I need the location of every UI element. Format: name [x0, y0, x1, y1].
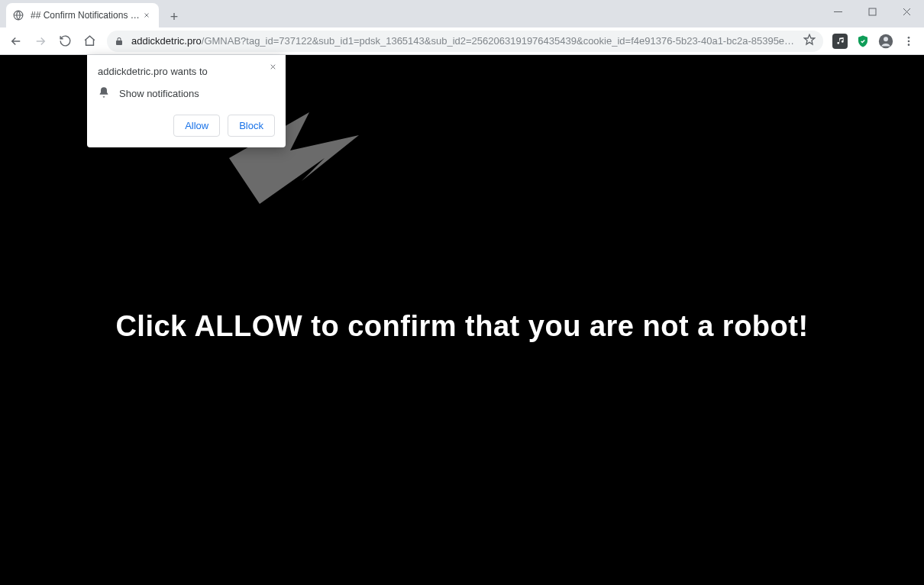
globe-icon — [12, 9, 24, 21]
prompt-line: Show notifications — [119, 88, 199, 99]
address-bar[interactable]: addickdetric.pro /GMNAB?tag_id=737122&su… — [107, 31, 823, 52]
svg-point-4 — [908, 37, 910, 39]
url-host: addickdetric.pro — [131, 35, 202, 47]
profile-icon[interactable] — [875, 31, 897, 52]
new-tab-button[interactable]: + — [163, 6, 185, 27]
bell-icon — [98, 86, 110, 101]
svg-rect-1 — [869, 8, 876, 15]
tab-strip: ## Confirm Notifications ## + — [0, 0, 924, 27]
bookmark-star-icon[interactable] — [803, 34, 816, 48]
svg-point-3 — [884, 37, 888, 41]
maximize-button[interactable] — [855, 0, 890, 23]
lock-icon — [115, 37, 125, 46]
close-tab-icon[interactable] — [141, 9, 153, 21]
back-button[interactable] — [5, 30, 27, 53]
block-button[interactable]: Block — [228, 115, 275, 137]
notification-prompt: addickdetric.pro wants to Show notificat… — [87, 55, 286, 147]
menu-icon[interactable] — [898, 31, 919, 52]
reload-button[interactable] — [53, 30, 76, 53]
window-controls — [821, 0, 924, 23]
extension-shield-icon[interactable] — [852, 31, 874, 52]
svg-point-6 — [908, 44, 910, 46]
forward-button[interactable] — [29, 30, 52, 53]
extension-music-icon[interactable] — [829, 31, 851, 52]
prompt-title: addickdetric.pro wants to — [98, 66, 275, 77]
page-content: Click ALLOW to confirm that you are not … — [0, 55, 924, 585]
page-headline: Click ALLOW to confirm that you are not … — [0, 310, 924, 343]
prompt-close-icon[interactable] — [266, 60, 279, 73]
toolbar: addickdetric.pro /GMNAB?tag_id=737122&su… — [0, 27, 924, 55]
svg-point-5 — [908, 40, 910, 42]
window-close-button[interactable] — [890, 0, 924, 23]
allow-button[interactable]: Allow — [173, 115, 220, 137]
browser-tab[interactable]: ## Confirm Notifications ## — [6, 3, 159, 27]
home-button[interactable] — [78, 30, 101, 53]
url-path: /GMNAB?tag_id=737122&sub_id1=pdsk_136514… — [202, 35, 799, 47]
tab-title: ## Confirm Notifications ## — [31, 10, 141, 21]
minimize-button[interactable] — [821, 0, 855, 23]
